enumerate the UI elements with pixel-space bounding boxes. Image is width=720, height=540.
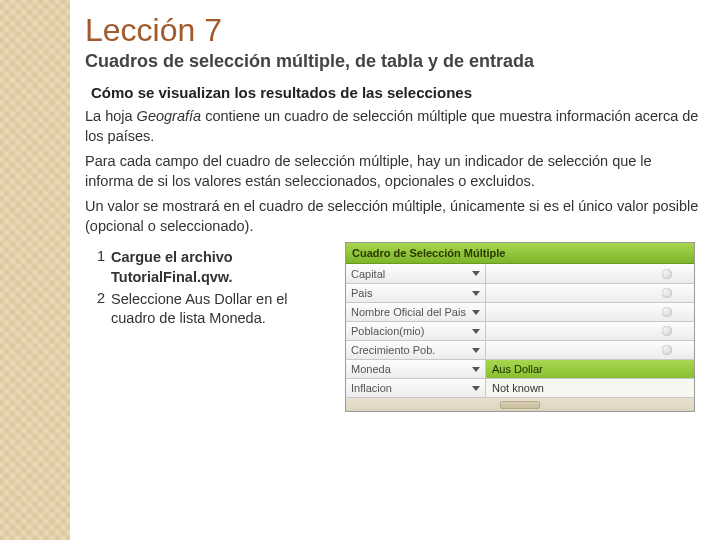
step-1: 1 Cargue el archivo TutorialFinal.qvw.	[85, 248, 345, 287]
value-text: Not known	[492, 382, 544, 394]
scrollbar-thumb[interactable]	[500, 401, 540, 409]
field-value[interactable]	[486, 322, 694, 340]
step-2: 2 Seleccione Aus Dollar en el cuadro de …	[85, 290, 345, 329]
multibox-row[interactable]: Crecimiento Pob.	[346, 340, 694, 359]
field-dropdown[interactable]: Moneda	[346, 360, 486, 378]
step-text: Seleccione Aus Dollar en el cuadro de li…	[111, 290, 331, 329]
field-label: Crecimiento Pob.	[351, 344, 435, 356]
slide-content: Lección 7 Cuadros de selección múltiple,…	[85, 12, 700, 412]
field-value[interactable]: Not known	[486, 379, 694, 397]
field-value[interactable]	[486, 341, 694, 359]
field-dropdown[interactable]: Poblacion(mio)	[346, 322, 486, 340]
field-label: Pais	[351, 287, 372, 299]
selection-indicator-icon	[662, 307, 672, 317]
field-label: Poblacion(mio)	[351, 325, 424, 337]
steps-list: 1 Cargue el archivo TutorialFinal.qvw. 2…	[85, 248, 345, 328]
chevron-down-icon	[472, 386, 480, 391]
multibox-row[interactable]: Nombre Oficial del Pais	[346, 302, 694, 321]
step-number: 1	[85, 248, 105, 287]
field-dropdown[interactable]: Nombre Oficial del Pais	[346, 303, 486, 321]
text-italic: Geografía	[137, 108, 202, 124]
paragraph-1: La hoja Geografía contiene un cuadro de …	[85, 107, 700, 146]
step-number: 2	[85, 290, 105, 329]
chevron-down-icon	[472, 329, 480, 334]
text-italic: Aus Dollar	[185, 291, 252, 307]
chevron-down-icon	[472, 291, 480, 296]
field-dropdown[interactable]: Capital	[346, 264, 486, 283]
multibox-row[interactable]: Poblacion(mio)	[346, 321, 694, 340]
selection-indicator-icon	[662, 269, 672, 279]
text: Seleccione	[111, 291, 185, 307]
chevron-down-icon	[472, 348, 480, 353]
selection-indicator-icon	[662, 288, 672, 298]
field-label: Capital	[351, 268, 385, 280]
slide-title: Lección 7	[85, 12, 700, 49]
multibox-rows: CapitalPaisNombre Oficial del PaisPoblac…	[346, 264, 694, 397]
selection-indicator-icon	[662, 345, 672, 355]
horizontal-scrollbar[interactable]	[346, 397, 694, 411]
text: .	[262, 310, 266, 326]
multibox-row[interactable]: Pais	[346, 283, 694, 302]
paragraph-2: Para cada campo del cuadro de selección …	[85, 152, 700, 191]
selection-indicator-icon	[662, 326, 672, 336]
field-dropdown[interactable]: Inflacion	[346, 379, 486, 397]
field-value[interactable]	[486, 303, 694, 321]
slide-subtitle: Cuadros de selección múltiple, de tabla …	[85, 51, 700, 72]
field-value[interactable]	[486, 264, 694, 283]
field-dropdown[interactable]: Crecimiento Pob.	[346, 341, 486, 359]
field-label: Moneda	[351, 363, 391, 375]
multibox-row[interactable]: MonedaAus Dollar	[346, 359, 694, 378]
value-text: Aus Dollar	[492, 363, 543, 375]
field-dropdown[interactable]: Pais	[346, 284, 486, 302]
section-heading: Cómo se visualizan los resultados de las…	[91, 84, 700, 101]
field-value[interactable]	[486, 284, 694, 302]
chevron-down-icon	[472, 367, 480, 372]
multibox-row[interactable]: InflacionNot known	[346, 378, 694, 397]
decorative-left-band	[0, 0, 70, 540]
field-value[interactable]: Aus Dollar	[486, 360, 694, 378]
chevron-down-icon	[472, 310, 480, 315]
text: La hoja	[85, 108, 137, 124]
field-label: Nombre Oficial del Pais	[351, 306, 466, 318]
multibox-title: Cuadro de Selección Múltiple	[346, 243, 694, 264]
multibox-row[interactable]: Capital	[346, 264, 694, 283]
multi-selection-box[interactable]: Cuadro de Selección Múltiple CapitalPais…	[345, 242, 695, 412]
text-italic: Moneda	[209, 310, 261, 326]
paragraph-3: Un valor se mostrará en el cuadro de sel…	[85, 197, 700, 236]
field-label: Inflacion	[351, 382, 392, 394]
step-text: Cargue el archivo TutorialFinal.qvw.	[111, 248, 345, 287]
chevron-down-icon	[472, 271, 480, 276]
